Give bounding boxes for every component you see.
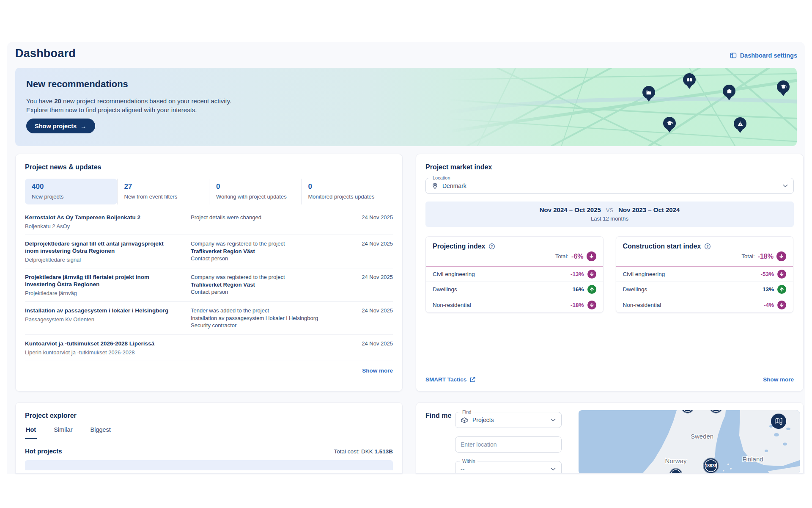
- dashboard-settings-label: Dashboard settings: [740, 52, 797, 59]
- news-row[interactable]: Kuntoarviot ja -tutkimukset 2026-2028 Li…: [25, 335, 393, 361]
- help-icon[interactable]: ?: [488, 243, 495, 250]
- index-row-dwellings: Dwellings 13%: [616, 282, 793, 297]
- news-event: Company was registered to the project: [191, 273, 344, 281]
- find-me-map[interactable]: Sweden Norway Finland 2239 2720 18636: [579, 410, 800, 474]
- svg-text:?: ?: [491, 244, 493, 248]
- row-value: -53%: [760, 271, 774, 277]
- news-row[interactable]: Projektledare järnväg till flertalet pro…: [25, 268, 393, 302]
- projecting-index-box: Projecting index ? Total: -6% Civil engi…: [425, 236, 604, 313]
- down-arrow-icon: [777, 270, 786, 279]
- row-value: -18%: [571, 302, 584, 308]
- up-arrow-icon: [777, 285, 786, 294]
- dashboard-settings-button[interactable]: Dashboard settings: [730, 52, 797, 59]
- chevron-down-icon: [551, 468, 556, 471]
- news-title: Delprojektledare signal till ett antal j…: [25, 240, 178, 254]
- house-map-pin: [723, 85, 735, 97]
- news-subtitle: Passagesystem Kv Orienten: [25, 316, 178, 323]
- external-link-icon: [469, 377, 475, 383]
- find-select[interactable]: Find Projects: [455, 412, 562, 428]
- market-card-title: Project market index: [425, 163, 794, 171]
- country-label-finland: Finland: [742, 456, 763, 463]
- house-icon: [726, 88, 732, 94]
- tab-hot[interactable]: Hot: [25, 426, 37, 439]
- stat-label: New from event filters: [124, 193, 203, 200]
- school-map-pin-2: [663, 117, 676, 130]
- country-label-norway: Norway: [665, 457, 687, 464]
- location-select-label: Location: [431, 175, 453, 180]
- vs-label: VS: [606, 207, 613, 213]
- down-arrow-icon: [587, 301, 596, 309]
- within-select-value: --: [461, 466, 464, 472]
- arrow-right-icon: →: [80, 123, 87, 130]
- tab-new-projects[interactable]: 400 New projects: [25, 179, 117, 204]
- hot-projects-title: Hot projects: [25, 447, 62, 455]
- news-subtitle: Delprojektledare signal: [25, 257, 178, 263]
- stat-count: 400: [32, 182, 110, 191]
- tab-biggest[interactable]: Biggest: [89, 426, 111, 439]
- news-show-more-link[interactable]: Show more: [25, 367, 393, 374]
- row-value: -13%: [571, 271, 584, 277]
- within-select[interactable]: Within --: [455, 461, 562, 474]
- news-company: Trafikverket Region Väst: [191, 281, 344, 289]
- news-card-title: Project news & updates: [25, 163, 393, 171]
- row-value: 13%: [763, 286, 774, 293]
- recommendations-banner: New recommendations You have 20 new proj…: [15, 68, 797, 146]
- stat-count: 27: [124, 182, 203, 191]
- period-caption: Last 12 months: [425, 215, 794, 222]
- svg-text:18636: 18636: [705, 463, 717, 468]
- road-icon: [737, 121, 743, 127]
- index-boxes: Projecting index ? Total: -6% Civil engi…: [425, 236, 794, 313]
- news-event: Tender was added to the project: [191, 307, 344, 315]
- map-street-pattern: [450, 68, 797, 146]
- school-map-pin: [777, 80, 790, 93]
- dashboard-screen: Dashboard Dashboard settings: [0, 0, 812, 508]
- tab-working-with-updates[interactable]: 0 Working with project updates: [209, 179, 301, 204]
- banner-line2: Explore them now to find projects aligne…: [26, 105, 231, 114]
- find-select-label: Find: [460, 409, 473, 414]
- total-value: -18%: [758, 253, 774, 260]
- news-role: Contact person: [191, 288, 344, 296]
- news-list: Kerrostalot As Oy Tampereen Boijenkatu 2…: [25, 209, 393, 361]
- news-row[interactable]: Kerrostalot As Oy Tampereen Boijenkatu 2…: [25, 209, 393, 235]
- tab-similar[interactable]: Similar: [53, 426, 73, 439]
- index-title: Construction start index: [623, 243, 701, 250]
- cluster-marker[interactable]: 18636: [703, 458, 719, 474]
- row-value: 16%: [572, 286, 584, 293]
- main-content: Dashboard Dashboard settings: [7, 42, 805, 474]
- market-show-more-link[interactable]: Show more: [763, 376, 794, 383]
- location-select-value: Denmark: [442, 182, 466, 189]
- map-layers-button[interactable]: [771, 414, 786, 429]
- find-select-value: Projects: [472, 417, 494, 423]
- explorer-card-title: Project explorer: [25, 412, 393, 420]
- news-event: Project details were changed: [191, 214, 344, 221]
- location-input[interactable]: [461, 441, 549, 448]
- country-label-sweden: Sweden: [691, 433, 713, 440]
- news-title: Kuntoarviot ja -tutkimukset 2026-2028 Li…: [25, 340, 178, 347]
- show-projects-button[interactable]: Show projects →: [26, 119, 95, 133]
- index-title: Projecting index: [433, 243, 485, 250]
- chevron-down-icon: [551, 419, 556, 422]
- tab-monitored-updates[interactable]: 0 Monitored projects updates: [301, 179, 393, 204]
- find-me-title: Find me: [425, 412, 451, 420]
- period-previous: Nov 2023 – Oct 2024: [618, 206, 680, 213]
- news-subtitle: Projektledare järnväg: [25, 290, 178, 296]
- stat-count: 0: [308, 182, 387, 191]
- index-row-nonresidential: Non-residential -18%: [426, 297, 603, 312]
- project-news-card: Project news & updates 400 New projects …: [15, 154, 403, 392]
- news-stat-tabs: 400 New projects 27 New from event filte…: [25, 179, 393, 204]
- window-settings-icon: [730, 52, 737, 59]
- total-label: Total:: [555, 253, 568, 260]
- smart-tactics-link[interactable]: SMART Tactics: [425, 376, 475, 383]
- help-icon[interactable]: ?: [704, 243, 711, 250]
- news-date: 24 Nov 2025: [352, 240, 393, 263]
- graduation-cap-icon: [780, 84, 787, 90]
- news-row[interactable]: Installation av passagesystem i lokaler …: [25, 302, 393, 335]
- table-header-strip: [25, 460, 393, 470]
- news-row[interactable]: Delprojektledare signal till ett antal j…: [25, 235, 393, 268]
- graduation-cap-icon: [667, 120, 673, 126]
- comparison-period: Nov 2024 – Oct 2025VSNov 2023 – Oct 2024…: [425, 202, 794, 227]
- banner-title: New recommendations: [26, 79, 128, 90]
- location-select[interactable]: Location Denmark: [425, 178, 794, 194]
- stat-label: Working with project updates: [216, 193, 294, 200]
- tab-new-from-event-filters[interactable]: 27 New from event filters: [117, 179, 209, 204]
